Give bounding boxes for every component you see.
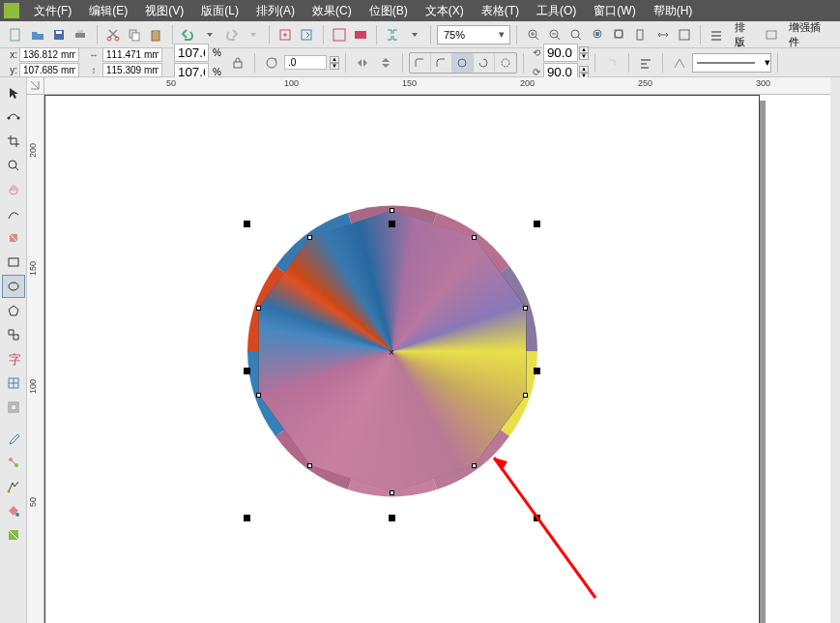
shape-node[interactable] [390,208,394,213]
redo-dd-button[interactable] [244,24,263,45]
menu-help[interactable]: 帮助(H) [645,3,702,19]
menu-layout[interactable]: 版面(L) [192,3,247,19]
snap-dd-button[interactable] [405,24,424,45]
shape-node[interactable] [307,463,312,468]
rotation-spinner[interactable]: ▲▼ [330,56,339,70]
handle-w[interactable] [244,368,250,374]
shape-node[interactable] [472,463,477,468]
menu-text[interactable]: 文本(X) [417,3,473,19]
zoom-out-button[interactable] [545,24,565,45]
menu-file[interactable]: 文件(F) [25,3,80,19]
text-tool[interactable]: 字 [2,347,25,371]
outline-width-combo[interactable]: ▾ [692,53,771,73]
ruler-origin[interactable] [27,77,44,95]
menu-view[interactable]: 视图(V) [136,3,192,19]
handle-n[interactable] [389,221,395,227]
mirror-h-button[interactable] [352,52,373,74]
zoom-100-button[interactable] [566,24,586,45]
menu-effects[interactable]: 效果(C) [304,3,361,19]
interactive-fill-tool[interactable] [2,523,25,547]
rotation-input[interactable] [284,55,327,70]
menu-arrange[interactable]: 排列(A) [247,3,304,19]
width-input[interactable] [102,47,162,62]
save-button[interactable] [49,24,69,45]
corner-round-button[interactable] [410,53,431,73]
handle-e[interactable] [534,368,540,374]
new-button[interactable] [6,24,25,45]
freehand-tool[interactable] [2,202,25,225]
print-button[interactable] [71,24,90,45]
corner-scallop-button[interactable] [431,53,452,73]
undo-dd-button[interactable] [200,24,219,45]
import-button[interactable] [275,24,295,45]
corner-chamfer-button[interactable] [452,53,474,73]
crop-tool[interactable] [2,130,25,153]
zoom-all-button[interactable] [610,24,629,45]
open-button[interactable] [27,24,46,45]
zoom-height-button[interactable] [675,24,694,45]
x-input[interactable] [19,47,79,62]
interactive-tool[interactable] [2,451,25,474]
smart-fill-tool[interactable] [2,226,25,250]
shape-node[interactable] [256,393,261,398]
dimension-tool[interactable] [2,396,25,419]
polygon-tool[interactable] [2,299,25,322]
y-input[interactable] [19,63,79,77]
zoom-tool[interactable] [2,154,25,177]
handle-ne[interactable] [534,221,540,227]
ellipse-tool[interactable] [2,275,25,298]
snap-button[interactable] [383,24,402,45]
undo-button[interactable] [178,24,197,45]
handle-sw[interactable] [244,515,250,521]
zoom-in-button[interactable] [523,24,542,45]
height-input[interactable] [102,63,162,77]
horizontal-ruler[interactable]: 50 100 150 200 250 300 [44,77,840,95]
layout-button[interactable]: 排版 [729,24,760,45]
lock-aspect-button[interactable] [227,52,248,74]
shape-node[interactable] [523,306,528,311]
corner-star-button[interactable] [495,53,516,73]
plugin-icon[interactable] [762,24,781,45]
menu-window[interactable]: 窗口(W) [585,3,644,19]
angle1-input[interactable] [543,44,578,62]
shape-tool[interactable] [2,105,25,129]
outline-tool[interactable] [2,475,25,498]
menu-tools[interactable]: 工具(O) [528,3,585,19]
menu-bitmap[interactable]: 位图(B) [361,3,417,19]
shape-node[interactable] [256,306,261,311]
menu-edit[interactable]: 编辑(E) [80,3,136,19]
zoom-width-button[interactable] [653,24,673,45]
mirror-v-button[interactable] [375,52,396,74]
vertical-ruler[interactable]: 200 150 100 50 [27,95,44,623]
basic-shapes-tool[interactable] [2,323,25,346]
app-launch-button[interactable] [330,24,349,45]
options-button[interactable] [707,24,726,45]
copy-button[interactable] [125,24,144,45]
table-tool[interactable] [2,371,25,395]
fill-tool[interactable] [2,499,25,522]
shape-node[interactable] [307,235,312,240]
scale-x-input[interactable] [174,44,209,62]
menu-table[interactable]: 表格(T) [473,3,528,19]
export-button[interactable] [297,24,316,45]
angle1-spinner[interactable]: ▲▼ [579,46,589,60]
zoom-selection-button[interactable] [588,24,607,45]
shape-node[interactable] [472,235,477,240]
paste-button[interactable] [146,24,165,45]
pan-tool[interactable] [2,178,25,201]
align-button[interactable] [635,52,656,74]
handle-nw[interactable] [244,221,250,227]
corner-spiral-button[interactable] [474,53,495,73]
handle-s[interactable] [389,515,395,521]
rectangle-tool[interactable] [2,251,25,274]
shape-node[interactable] [390,490,394,495]
enhance-plugin-button[interactable]: 增强插件 [783,24,834,45]
welcome-button[interactable] [351,24,370,45]
zoom-page-button[interactable] [631,24,651,45]
canvas[interactable]: × [44,95,840,623]
redo-button[interactable] [221,24,241,45]
eyedropper-tool[interactable] [2,427,25,450]
pick-tool[interactable] [2,81,25,104]
cut-button[interactable] [102,24,122,45]
shape-node[interactable] [523,393,528,398]
